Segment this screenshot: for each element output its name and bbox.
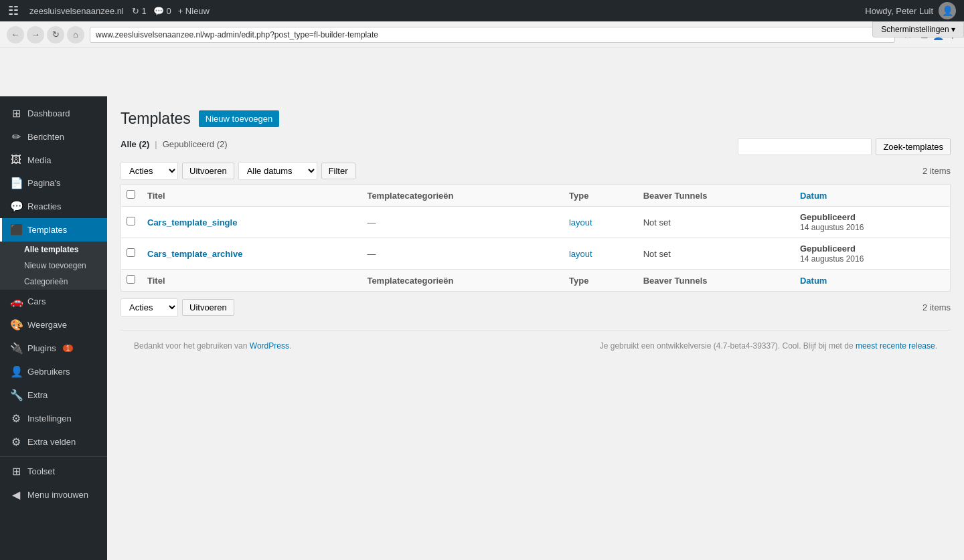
row1-type-link[interactable]: layout xyxy=(569,217,592,227)
sidebar-subitem-nieuw-toevoegen[interactable]: Nieuw toevoegen xyxy=(0,258,107,274)
sidebar-item-gebruikers[interactable]: 👤 Gebruikers xyxy=(0,360,107,383)
search-input[interactable] xyxy=(738,138,872,155)
sidebar-item-paginas[interactable]: 📄 Pagina's xyxy=(0,171,107,195)
sidebar-label-menu-invouwen: Menu invouwen xyxy=(27,490,88,500)
sidebar-item-media[interactable]: 🖼 Media xyxy=(0,149,107,171)
sidebar-label-gebruikers: Gebruikers xyxy=(27,367,70,377)
footer-header-datum[interactable]: Datum xyxy=(793,270,951,292)
weergave-icon: 🎨 xyxy=(10,318,22,331)
page-title: Templates xyxy=(120,110,191,128)
dashboard-icon: ⊞ xyxy=(10,107,22,120)
top-items-count: 2 items xyxy=(922,166,951,176)
sidebar-item-dashboard[interactable]: ⊞ Dashboard xyxy=(0,102,107,125)
sidebar-item-instellingen[interactable]: ⚙ Instellingen xyxy=(0,407,107,430)
table-footer-header-row: Titel Templatecategorieën Type Beaver Tu… xyxy=(121,270,951,292)
sidebar-subitem-categorieen[interactable]: Categorieën xyxy=(0,274,107,290)
sidebar-label-reacties: Reacties xyxy=(27,201,62,211)
wp-footer: Bedankt voor het gebruiken van WordPress… xyxy=(120,330,951,361)
footer-thanks-text: Bedankt voor het gebruiken van xyxy=(134,341,247,351)
top-toolbar: Acties Uitvoeren Alle datums Filter 2 it… xyxy=(120,162,951,180)
filter-button[interactable]: Filter xyxy=(321,163,355,179)
url-input[interactable] xyxy=(90,27,895,43)
row1-title-link[interactable]: Cars_template_single xyxy=(147,217,237,227)
select-all-checkbox[interactable] xyxy=(127,190,135,199)
home-button[interactable]: ⌂ xyxy=(67,26,84,43)
sidebar-item-berichten[interactable]: ✏ Berichten xyxy=(0,125,107,149)
row2-title: Cars_template_archive xyxy=(141,238,360,270)
sidebar-item-templates[interactable]: ⬛ Templates xyxy=(0,218,107,242)
row2-categories: — xyxy=(360,238,562,270)
bottom-uitvoeren-button[interactable]: Uitvoeren xyxy=(182,299,234,316)
footer-version-text: Je gebruikt een ontwikkelversie (4.7-bet… xyxy=(600,341,854,351)
row2-beaver-tunnels: Not set xyxy=(637,238,793,270)
reload-button[interactable]: ↻ xyxy=(47,26,64,43)
row1-checkbox[interactable] xyxy=(127,217,135,225)
row2-date: Gepubliceerd 14 augustus 2016 xyxy=(793,238,951,270)
sidebar-item-plugins[interactable]: 🔌 Plugins 1 xyxy=(0,337,107,360)
uitvoeren-button[interactable]: Uitvoeren xyxy=(182,163,234,179)
user-greeting: Howdy, Peter Luit xyxy=(865,6,933,16)
sidebar-item-menu-invouwen[interactable]: ◀ Menu invouwen xyxy=(0,483,107,506)
add-new-button[interactable]: Nieuw toevoegen xyxy=(199,110,279,127)
sidebar-item-toolset[interactable]: ⊞ Toolset xyxy=(0,460,107,483)
header-datum[interactable]: Datum xyxy=(793,185,951,207)
sidebar-label-media: Media xyxy=(27,155,51,165)
sidebar-item-extra[interactable]: 🔧 Extra xyxy=(0,383,107,407)
row2-type-link[interactable]: layout xyxy=(569,249,592,259)
footer-checkbox-col xyxy=(121,270,141,292)
filter-all-link[interactable]: Alle (2) xyxy=(120,139,149,149)
forward-button[interactable]: → xyxy=(27,26,44,43)
extra-velden-icon: ⚙ xyxy=(10,436,22,448)
wp-top-bar: ☷ zeesluisvelsenaanzee.nl ↻ 1 💬 0 + Nieu… xyxy=(0,0,964,21)
search-area: Zoek-templates xyxy=(738,138,951,155)
templates-icon: ⬛ xyxy=(10,223,22,236)
instellingen-icon: ⚙ xyxy=(10,412,22,425)
table-row: Cars_template_single — layout Not set Ge… xyxy=(121,207,951,238)
reacties-icon: 💬 xyxy=(10,200,22,213)
page-header: Templates Nieuw toevoegen xyxy=(120,110,951,128)
updates-link[interactable]: ↻ 1 xyxy=(132,6,147,16)
browser-nav-buttons[interactable]: ← → ↻ ⌂ xyxy=(7,26,84,43)
screen-options-button[interactable]: Scherminstellingen ▾ xyxy=(872,21,964,37)
acties-select[interactable]: Acties xyxy=(120,162,178,180)
sidebar-templates-submenu: Alle templates Nieuw toevoegen Categorie… xyxy=(0,242,107,290)
row2-type: layout xyxy=(562,238,637,270)
main-content: Templates Nieuw toevoegen Alle (2) | Gep… xyxy=(107,96,964,560)
row2-date-label: Gepubliceerd xyxy=(800,244,856,254)
row1-date: Gepubliceerd 14 augustus 2016 xyxy=(793,207,951,238)
sidebar: ⊞ Dashboard ✏ Berichten 🖼 Media 📄 Pagina… xyxy=(0,96,107,560)
sidebar-item-weergave[interactable]: 🎨 Weergave xyxy=(0,313,107,337)
sidebar-subitem-alle-templates[interactable]: Alle templates xyxy=(0,242,107,258)
footer-wp-link[interactable]: WordPress xyxy=(250,341,289,351)
header-titel: Titel xyxy=(141,185,360,207)
sidebar-item-cars[interactable]: 🚗 Cars xyxy=(0,290,107,313)
row1-date-label: Gepubliceerd xyxy=(800,212,856,222)
sidebar-divider xyxy=(0,456,107,457)
row2-title-link[interactable]: Cars_template_archive xyxy=(147,249,242,259)
search-button[interactable]: Zoek-templates xyxy=(876,138,951,155)
header-checkbox-col xyxy=(121,185,141,207)
bottom-acties-select[interactable]: Acties xyxy=(120,298,178,316)
back-button[interactable]: ← xyxy=(7,26,24,43)
footer-header-titel: Titel xyxy=(141,270,360,292)
table-header-row: Titel Templatecategorieën Type Beaver Tu… xyxy=(121,185,951,207)
row1-beaver-tunnels: Not set xyxy=(637,207,793,238)
gebruikers-icon: 👤 xyxy=(10,365,22,378)
sidebar-item-reacties[interactable]: 💬 Reacties xyxy=(0,195,107,218)
footer-header-type: Type xyxy=(562,270,637,292)
sidebar-item-extra-velden[interactable]: ⚙ Extra velden xyxy=(0,430,107,454)
extra-icon: 🔧 xyxy=(10,389,22,401)
paginas-icon: 📄 xyxy=(10,177,22,189)
footer-release-link[interactable]: meest recente release xyxy=(856,341,935,351)
footer-select-all-checkbox[interactable] xyxy=(127,275,135,284)
site-name[interactable]: zeesluisvelsenaanzee.nl xyxy=(29,6,124,16)
sidebar-label-extra-velden: Extra velden xyxy=(27,437,76,447)
row2-checkbox[interactable] xyxy=(127,248,135,257)
row1-type: layout xyxy=(562,207,637,238)
datums-select[interactable]: Alle datums xyxy=(238,162,317,180)
header-type: Type xyxy=(562,185,637,207)
wp-logo-icon[interactable]: ☷ xyxy=(8,3,19,18)
comments-link[interactable]: 💬 0 xyxy=(153,6,171,16)
new-link[interactable]: + Nieuw xyxy=(178,6,210,16)
filter-gepubliceerd-link[interactable]: Gepubliceerd (2) xyxy=(163,139,228,149)
